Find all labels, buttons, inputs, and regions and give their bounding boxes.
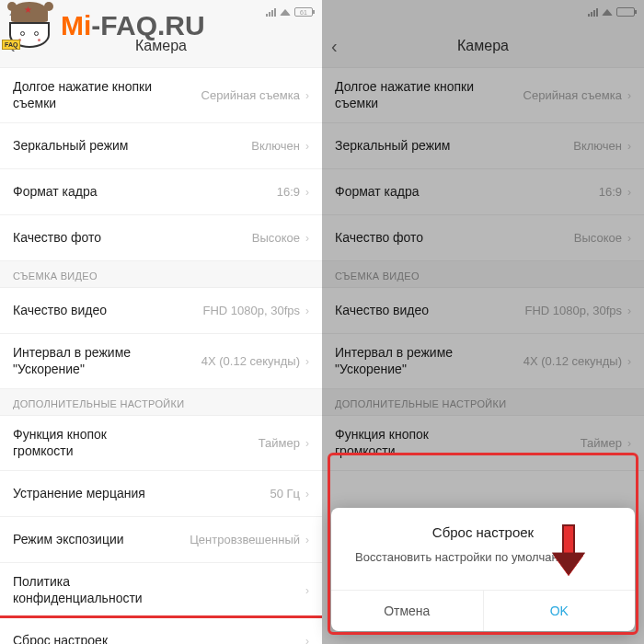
row-label: Функция кнопок громкости: [335, 427, 491, 459]
chevron-right-icon: ›: [305, 355, 309, 368]
row-mirror-mode[interactable]: Зеркальный режим Включен›: [0, 123, 322, 169]
row-aspect-ratio[interactable]: Формат кадра 16:9›: [0, 169, 322, 215]
logo-ru: .RU: [157, 10, 205, 40]
row-value: Высокое: [574, 231, 622, 245]
row-label: Качество видео: [13, 303, 107, 319]
annotation-arrow-icon: [554, 524, 583, 578]
page-title: Камера: [457, 38, 509, 54]
chevron-right-icon: ›: [305, 232, 309, 245]
row-label: Качество фото: [13, 230, 101, 247]
row-exposure-mode[interactable]: Режим экспозиции Центровзвешенный›: [0, 517, 322, 563]
row-value: 50 Гц: [270, 487, 300, 500]
row-volume-function[interactable]: Функция кнопок громкости Таймер›: [0, 416, 322, 471]
row-photo-quality[interactable]: Качество фото Высокое›: [322, 215, 644, 261]
row-label: Сброс настроек: [13, 633, 108, 644]
battery-icon: 61: [294, 7, 313, 17]
row-video-quality[interactable]: Качество видео FHD 1080p, 30fps›: [0, 288, 322, 334]
status-bar: [322, 0, 644, 24]
chevron-right-icon: ›: [305, 534, 309, 546]
section-additional: ДОПОЛНИТЕЛЬНЫЕ НАСТРОЙКИ: [0, 389, 322, 416]
logo-mi: Mi: [61, 10, 91, 40]
row-reset-settings[interactable]: Сброс настроек ›: [0, 618, 322, 644]
battery-icon: [616, 7, 635, 17]
row-label: Режим экспозиции: [13, 532, 124, 548]
row-value: 16:9: [599, 185, 622, 199]
row-value: Высокое: [252, 231, 300, 245]
section-additional: ДОПОЛНИТЕЛЬНЫЕ НАСТРОЙКИ: [322, 389, 644, 416]
wifi-icon: [602, 8, 613, 15]
row-anti-flicker[interactable]: Устранение мерцания 50 Гц›: [0, 471, 322, 517]
row-aspect-ratio[interactable]: Формат кадра 16:9›: [322, 169, 644, 215]
signal-icon: [588, 8, 598, 17]
row-value: FHD 1080p, 30fps: [202, 304, 300, 317]
chevron-right-icon: ›: [627, 355, 631, 368]
row-label: Качество фото: [335, 230, 423, 247]
chevron-right-icon: ›: [627, 89, 631, 102]
row-value: Включен: [573, 139, 622, 153]
row-value: Центровзвешенный: [190, 533, 300, 546]
row-label: Долгое нажатие кнопки съемки: [335, 79, 491, 111]
row-value: 4X (0.12 секунды): [523, 354, 622, 368]
row-label: Зеркальный режим: [13, 138, 128, 155]
row-label: Качество видео: [335, 303, 429, 319]
wifi-icon: [280, 8, 291, 15]
row-label: Политика конфиденциальности: [13, 574, 169, 606]
row-mirror-mode[interactable]: Зеркальный режим Включен›: [322, 123, 644, 169]
row-label: Интервал в режиме "Ускорение": [335, 345, 491, 377]
watermark-logo: ★ FAQ Mi-FAQ.RU: [4, 2, 205, 50]
chevron-right-icon: ›: [627, 232, 631, 245]
dialog-title: Сброс настроек: [331, 508, 635, 549]
back-icon[interactable]: ‹: [331, 35, 338, 56]
chevron-right-icon: ›: [305, 305, 309, 317]
row-label: Долгое нажатие кнопки съемки: [13, 79, 169, 111]
chevron-right-icon: ›: [305, 140, 309, 153]
row-long-press[interactable]: Долгое нажатие кнопки съемки Серийная съ…: [322, 68, 644, 123]
right-screenshot: ‹ Камера Долгое нажатие кнопки съемки Се…: [322, 0, 644, 644]
reset-confirm-dialog: Сброс настроек Восстановить настройки по…: [331, 508, 635, 631]
row-label: Интервал в режиме "Ускорение": [13, 345, 169, 377]
chevron-right-icon: ›: [305, 437, 309, 450]
left-screenshot: 21:59 61 ‹ Камера Долгое нажатие кнопки …: [0, 0, 322, 644]
row-label: Формат кадра: [13, 184, 98, 201]
row-timelapse-interval[interactable]: Интервал в режиме "Ускорение" 4X (0.12 с…: [322, 334, 644, 389]
section-video: СЪЕМКА ВИДЕО: [322, 261, 644, 288]
page-header: ‹ Камера: [322, 24, 644, 68]
chevron-right-icon: ›: [305, 635, 309, 645]
row-label: Формат кадра: [335, 184, 420, 201]
logo-faq: -FAQ: [91, 10, 157, 40]
mascot-icon: ★ FAQ: [4, 2, 57, 50]
chevron-right-icon: ›: [627, 305, 631, 317]
row-privacy-policy[interactable]: Политика конфиденциальности ›: [0, 563, 322, 618]
chevron-right-icon: ›: [627, 437, 631, 450]
row-photo-quality[interactable]: Качество фото Высокое›: [0, 215, 322, 261]
row-volume-function[interactable]: Функция кнопок громкости Таймер›: [322, 416, 644, 471]
chevron-right-icon: ›: [627, 140, 631, 153]
row-value: Включен: [251, 139, 300, 153]
row-label: Функция кнопок громкости: [13, 427, 169, 459]
row-label: Устранение мерцания: [13, 486, 145, 502]
cancel-button[interactable]: Отмена: [331, 591, 484, 631]
row-value: Серийная съемка: [523, 88, 622, 102]
chevron-right-icon: ›: [305, 488, 309, 500]
ok-button[interactable]: OK: [484, 591, 636, 631]
chevron-right-icon: ›: [305, 584, 309, 597]
row-long-press[interactable]: Долгое нажатие кнопки съемки Серийная съ…: [0, 68, 322, 123]
chevron-right-icon: ›: [305, 89, 309, 102]
row-value: FHD 1080p, 30fps: [524, 304, 622, 317]
row-value: Таймер: [259, 436, 300, 450]
section-video: СЪЕМКА ВИДЕО: [0, 261, 322, 288]
row-value: Таймер: [581, 436, 622, 450]
chevron-right-icon: ›: [305, 186, 309, 199]
dialog-body: Восстановить настройки по умолчанию?: [331, 549, 635, 590]
row-label: Зеркальный режим: [335, 138, 450, 155]
row-value: 16:9: [277, 185, 300, 199]
settings-list[interactable]: Долгое нажатие кнопки съемки Серийная съ…: [0, 68, 322, 644]
row-value: 4X (0.12 секунды): [201, 354, 300, 368]
row-video-quality[interactable]: Качество видео FHD 1080p, 30fps›: [322, 288, 644, 334]
row-timelapse-interval[interactable]: Интервал в режиме "Ускорение" 4X (0.12 с…: [0, 334, 322, 389]
chevron-right-icon: ›: [627, 186, 631, 199]
row-value: Серийная съемка: [201, 88, 300, 102]
signal-icon: [266, 8, 276, 17]
